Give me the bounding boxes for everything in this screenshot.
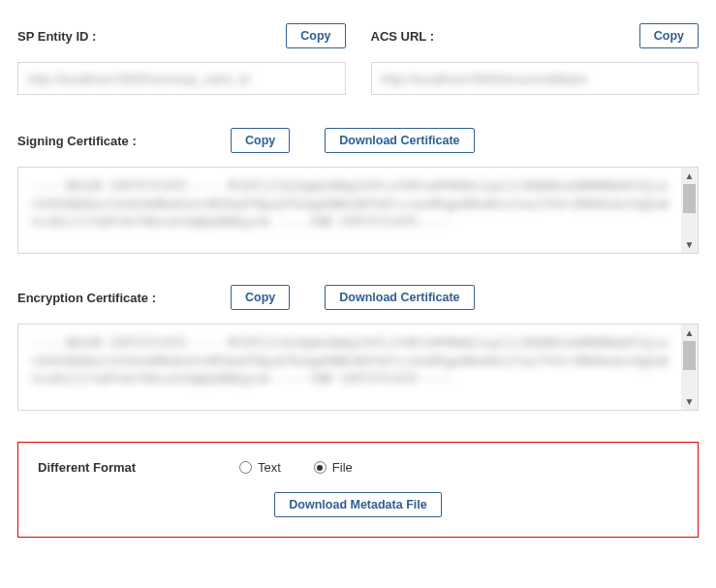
signing-cert-copy-button[interactable]: Copy: [231, 128, 290, 153]
format-file-radio[interactable]: File: [314, 460, 353, 475]
scroll-thumb[interactable]: [683, 341, 696, 370]
scroll-up-icon[interactable]: ▲: [681, 325, 698, 341]
sp-entity-id-value: http://localhost:0000/somesp_saml_id: [28, 72, 249, 86]
format-file-label: File: [332, 460, 353, 475]
encryption-cert-value: -----BEGIN CERTIFICATE----- MIIDTjCCAj6g…: [32, 334, 672, 388]
different-format-section: Different Format Text File Download Meta…: [17, 442, 699, 538]
acs-url-value: http://localhost:0000/acsurlcallback: [382, 72, 587, 86]
format-text-label: Text: [258, 460, 281, 475]
scroll-thumb[interactable]: [683, 184, 696, 213]
acs-url-label: ACS URL :: [371, 29, 434, 44]
sp-entity-id-field[interactable]: http://localhost:0000/somesp_saml_id: [17, 62, 346, 95]
radio-icon: [239, 461, 252, 474]
sp-entity-copy-button[interactable]: Copy: [286, 23, 345, 48]
different-format-label: Different Format: [38, 460, 202, 475]
format-text-radio[interactable]: Text: [239, 460, 281, 475]
encryption-cert-copy-button[interactable]: Copy: [231, 285, 290, 310]
encryption-cert-label: Encryption Certificate :: [17, 291, 211, 305]
signing-cert-download-button[interactable]: Download Certificate: [325, 128, 474, 153]
signing-cert-field[interactable]: -----BEGIN CERTIFICATE----- MIIDTjCCAj6g…: [17, 167, 699, 254]
encryption-cert-field[interactable]: -----BEGIN CERTIFICATE----- MIIDTjCCAj6g…: [17, 324, 699, 411]
scroll-up-icon[interactable]: ▲: [681, 168, 698, 184]
acs-url-field[interactable]: http://localhost:0000/acsurlcallback: [371, 62, 700, 95]
scrollbar[interactable]: ▲ ▼: [681, 325, 698, 410]
sp-entity-id-label: SP Entity ID :: [17, 29, 96, 44]
scrollbar[interactable]: ▲ ▼: [681, 168, 698, 253]
encryption-cert-download-button[interactable]: Download Certificate: [325, 285, 474, 310]
scroll-down-icon[interactable]: ▼: [681, 236, 698, 253]
scroll-down-icon[interactable]: ▼: [681, 393, 698, 410]
download-metadata-button[interactable]: Download Metadata File: [274, 492, 441, 517]
signing-cert-value: -----BEGIN CERTIFICATE----- MIIDTjCCAj6g…: [32, 177, 672, 232]
acs-url-copy-button[interactable]: Copy: [639, 23, 699, 48]
radio-icon: [314, 461, 327, 474]
signing-cert-label: Signing Certificate :: [17, 134, 211, 148]
